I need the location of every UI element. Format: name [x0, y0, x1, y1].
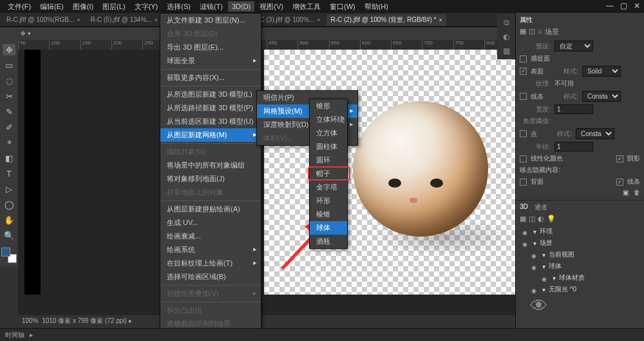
tool-4[interactable]: ✎ — [3, 106, 15, 117]
menu-item[interactable]: 从所选图层新建 3D 模型(L) — [160, 88, 261, 101]
points-style-select[interactable]: Constant — [576, 128, 614, 139]
filter-mesh-icon[interactable]: ◫ — [529, 215, 535, 223]
minimize-button[interactable]: — — [606, 1, 614, 10]
shadow-checkbox[interactable] — [616, 155, 623, 162]
menu-item[interactable]: 选择可绘画区域(B) — [160, 270, 261, 284]
scene-tree-item[interactable]: ▾场景 — [520, 237, 640, 249]
menu-item[interactable]: 从当前选区新建 3D 模型(U) — [160, 115, 261, 128]
edges-checkbox[interactable] — [616, 179, 623, 186]
tool-preset-icon[interactable]: ✥ ▾ — [21, 30, 31, 37]
visibility-icon[interactable] — [522, 229, 530, 234]
menu-item[interactable]: 从图层新建网格(M)▸ — [160, 128, 261, 142]
materials-icon[interactable]: ◫ — [529, 27, 535, 37]
menu-item[interactable]: 从图层新建拼贴绘画(A) — [160, 202, 261, 216]
scene-icon[interactable]: ⌂ — [538, 27, 542, 37]
visibility-icon[interactable] — [542, 275, 549, 280]
color-swatches[interactable] — [1, 248, 17, 263]
preset-item[interactable]: 立方体 — [310, 126, 347, 140]
linear-checkbox[interactable] — [520, 155, 527, 162]
preset-item[interactable]: 球体 — [310, 221, 347, 235]
scene-tree-item[interactable]: ▾环境 — [520, 226, 640, 237]
maximize-button[interactable]: ▢ — [620, 1, 627, 10]
render-icon[interactable]: ▣ — [623, 189, 629, 196]
tab-close-icon[interactable]: × — [439, 17, 442, 23]
catch-checkbox[interactable] — [520, 55, 527, 63]
delete-icon[interactable]: 🗑 — [634, 189, 640, 196]
sphere-object[interactable] — [353, 101, 488, 237]
tool-2[interactable]: ◌ — [3, 75, 15, 86]
menu-item[interactable]: 生成 UV... — [160, 216, 261, 229]
tool-6[interactable]: ⌖ — [3, 137, 15, 148]
adjust-icon[interactable]: ◐ — [503, 32, 509, 41]
preset-item[interactable]: 棱锥 — [310, 208, 347, 221]
menu-item[interactable]: 将对象移到地面(J) — [160, 172, 261, 186]
menu-item[interactable]: 将场景中的所有对象编组 — [160, 159, 261, 172]
swatches-icon[interactable]: ▦ — [503, 46, 510, 55]
tool-0[interactable]: ✥ — [3, 44, 15, 55]
tool-3[interactable]: ✂ — [3, 90, 15, 102]
collapsed-panel-strip[interactable]: ⧉ ◐ ▦ — [497, 14, 515, 59]
menu-0[interactable]: 文件(F) — [4, 1, 35, 13]
menu-10[interactable]: 窗口(W) — [326, 1, 359, 13]
menu-item[interactable]: 球面全景▸ — [160, 54, 261, 68]
tab-channels[interactable]: 通道 — [535, 203, 547, 212]
visibility-icon[interactable] — [531, 287, 539, 292]
menu-3[interactable]: 图层(L) — [99, 1, 129, 13]
backface-checkbox[interactable] — [520, 179, 527, 186]
tool-11[interactable]: ✋ — [3, 214, 15, 226]
preset-item[interactable]: 酒瓶 — [310, 235, 347, 248]
menu-1[interactable]: 编辑(E) — [36, 1, 68, 13]
points-checkbox[interactable] — [520, 130, 527, 137]
zoom-level[interactable]: 100% — [22, 317, 39, 324]
lines-style-select[interactable]: Constant — [582, 91, 621, 102]
preset-select[interactable]: 自定 — [554, 41, 593, 52]
menu-item[interactable]: 绘画系统▸ — [160, 243, 261, 257]
menu-3d-dropdown[interactable]: 从文件新建 3D 图层(N)...合并 3D 图层(D)导出 3D 图层(E).… — [160, 13, 261, 341]
preset-item[interactable]: 锥形 — [310, 99, 347, 113]
filter-lights-icon[interactable]: 💡 — [547, 215, 556, 223]
document-tab[interactable]: R-C (2).jfif @ 100% (背景, RGB/8#) *× — [327, 14, 446, 26]
preset-item[interactable]: 圆环 — [310, 153, 347, 167]
menu-item[interactable]: 获取更多内容(X)... — [160, 71, 261, 84]
tool-9[interactable]: ▷ — [3, 183, 15, 195]
properties-tab[interactable]: 属性 — [520, 15, 533, 24]
scene-tree-item[interactable]: ▾球体 — [520, 260, 640, 272]
scene-tree-item[interactable]: ▾球体材质 — [520, 272, 640, 284]
filter-materials-icon[interactable]: ◐ — [538, 215, 544, 223]
3d-preview-widget[interactable]: 👁 — [520, 295, 558, 317]
lines-checkbox[interactable] — [520, 93, 527, 100]
menu-item[interactable]: 从文件新建 3D 图层(N)... — [160, 14, 261, 27]
tool-7[interactable]: ◧ — [3, 152, 15, 164]
radius-input[interactable] — [554, 142, 593, 151]
preset-item[interactable]: 环形 — [310, 194, 347, 208]
filter-scene-icon[interactable]: ▦ — [520, 215, 526, 223]
menu-item[interactable]: 导出 3D 图层(E)... — [160, 41, 261, 54]
tool-1[interactable]: ▭ — [3, 59, 15, 71]
menu-4[interactable]: 文字(Y) — [131, 1, 162, 13]
visibility-icon[interactable] — [531, 252, 539, 257]
document-tab[interactable]: R-C (5).jfif @ 134%...× — [86, 15, 161, 24]
mesh-icon[interactable]: ▦ — [520, 27, 526, 37]
document-tab[interactable]: R-C.jfif @ 100%(RGB...× — [3, 15, 84, 24]
close-button[interactable]: ✕ — [634, 1, 640, 10]
scene-tree-item[interactable]: ▾无限光 ^0 — [520, 284, 640, 295]
tab-close-icon[interactable]: × — [155, 17, 158, 23]
canvas-area[interactable] — [18, 50, 515, 315]
visibility-icon[interactable] — [522, 240, 530, 246]
menu-9[interactable]: 增效工具 — [289, 1, 325, 13]
menu-11[interactable]: 帮助(H) — [361, 1, 392, 13]
tool-5[interactable]: ✐ — [3, 121, 15, 133]
visibility-icon[interactable] — [531, 264, 539, 269]
menu-2[interactable]: 图像(I) — [69, 1, 97, 13]
menu-7[interactable]: 3D(D) — [228, 1, 254, 12]
menu-item[interactable]: 在目标纹理上绘画(T)▸ — [160, 257, 261, 270]
tab-close-icon[interactable]: × — [317, 17, 320, 23]
preset-item[interactable]: 圆柱体 — [310, 140, 347, 153]
tool-12[interactable]: 🔍 — [3, 229, 15, 241]
history-icon[interactable]: ⧉ — [504, 18, 509, 27]
tool-8[interactable]: T — [3, 168, 15, 179]
tab-3d[interactable]: 3D — [520, 203, 528, 212]
menu-item[interactable]: 绘画衰减... — [160, 229, 261, 243]
tab-close-icon[interactable]: × — [77, 17, 80, 23]
lines-width-input[interactable] — [554, 104, 593, 114]
